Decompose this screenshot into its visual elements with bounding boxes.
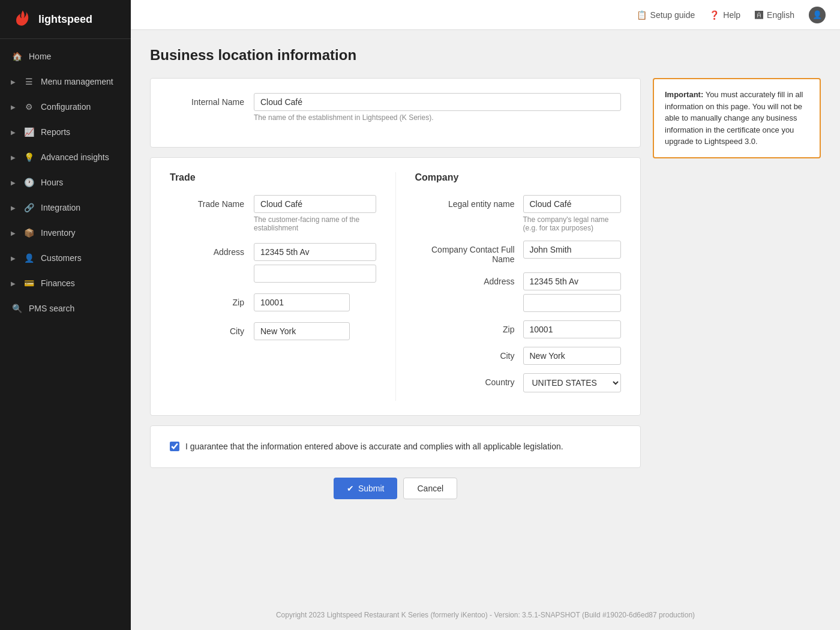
company-address-row: Address <box>415 272 622 312</box>
form-layout: Internal Name The name of the establishm… <box>150 78 821 499</box>
sidebar-item-home[interactable]: 🏠 Home <box>0 44 131 69</box>
sidebar-item-label: Inventory <box>41 228 76 238</box>
trade-name-input[interactable] <box>254 195 376 213</box>
reports-icon: 📈 <box>23 126 35 138</box>
chevron-right-icon: ▶ <box>11 104 16 110</box>
customers-icon: 👤 <box>23 252 35 264</box>
sidebar-item-integration[interactable]: ▶ 🔗 Integration <box>0 195 131 220</box>
company-contact-field <box>523 241 622 259</box>
user-icon: 👤 <box>812 10 822 19</box>
sidebar-item-reports[interactable]: ▶ 📈 Reports <box>0 119 131 145</box>
notice-card: Important: You must accurately fill in a… <box>653 78 821 158</box>
company-city-row: City <box>415 347 622 365</box>
language-selector[interactable]: 🅰 English <box>755 10 794 20</box>
button-row: ✔ Submit Cancel <box>150 478 641 499</box>
company-address-line2-input[interactable] <box>523 294 622 312</box>
sidebar-item-label: PMS search <box>29 304 74 313</box>
company-zip-input[interactable] <box>523 320 622 338</box>
finances-icon: 💳 <box>23 277 35 289</box>
chevron-right-icon: ▶ <box>11 230 16 236</box>
chevron-right-icon: ▶ <box>11 205 16 211</box>
trade-company-card: Trade Trade Name The customer-facing nam… <box>150 157 641 416</box>
main-container: 📋 Setup guide ❓ Help 🅰 English 👤 Busines… <box>131 0 840 630</box>
chevron-right-icon: ▶ <box>11 179 16 186</box>
company-country-select[interactable]: UNITED STATES CANADA UNITED KINGDOM AUST… <box>523 373 622 392</box>
trade-address-row: Address <box>170 243 376 283</box>
trade-name-label: Trade Name <box>170 195 254 209</box>
company-city-field <box>523 347 622 365</box>
sidebar-item-customers[interactable]: ▶ 👤 Customers <box>0 245 131 271</box>
company-zip-label: Zip <box>415 320 523 334</box>
search-icon: 🔍 <box>11 302 23 314</box>
sidebar-item-configuration[interactable]: ▶ ⚙ Configuration <box>0 94 131 119</box>
company-zip-field <box>523 320 622 338</box>
content-area: Business location information Internal N… <box>131 30 840 600</box>
trade-name-field: The customer-facing name of the establis… <box>254 195 376 232</box>
submit-checkmark-icon: ✔ <box>347 484 354 493</box>
company-address-line1-input[interactable] <box>523 272 622 290</box>
company-legal-name-input[interactable] <box>523 195 622 213</box>
company-legal-name-field: The company's legal name (e.g. for tax p… <box>523 195 622 232</box>
company-header: Company <box>415 172 622 183</box>
config-icon: ⚙ <box>23 101 35 113</box>
sidebar-item-label: Integration <box>41 203 80 212</box>
trade-city-field <box>254 322 376 340</box>
internal-name-input[interactable] <box>254 93 621 111</box>
footer-text: Copyright 2023 Lightspeed Restaurant K S… <box>276 611 695 619</box>
trade-address-line2-input[interactable] <box>254 265 376 283</box>
trade-city-row: City <box>170 322 376 340</box>
company-address-label: Address <box>415 272 523 286</box>
trade-address-field <box>254 243 376 283</box>
sidebar-item-menu-management[interactable]: ▶ ☰ Menu management <box>0 69 131 94</box>
sidebar-item-label: Hours <box>41 178 63 187</box>
sidebar-item-label: Finances <box>41 278 75 288</box>
internal-name-row: Internal Name The name of the establishm… <box>170 93 621 122</box>
trade-header: Trade <box>170 172 376 183</box>
company-city-label: City <box>415 347 523 361</box>
company-legal-name-hint: The company's legal name (e.g. for tax p… <box>523 215 622 232</box>
menu-icon: ☰ <box>23 76 35 88</box>
setup-guide-icon: 📋 <box>637 10 647 20</box>
sidebar-item-label: Advanced insights <box>41 152 109 162</box>
company-legal-name-row: Legal entity name The company's legal na… <box>415 195 622 232</box>
setup-guide-label: Setup guide <box>650 10 695 20</box>
footer: Copyright 2023 Lightspeed Restaurant K S… <box>131 600 840 630</box>
sidebar-item-advanced-insights[interactable]: ▶ 💡 Advanced insights <box>0 145 131 170</box>
help-button[interactable]: ❓ Help <box>709 10 740 20</box>
trade-city-input[interactable] <box>254 322 350 340</box>
user-avatar[interactable]: 👤 <box>809 7 826 23</box>
guarantee-label[interactable]: I guarantee that the information entered… <box>185 440 563 453</box>
chevron-right-icon: ▶ <box>11 280 16 287</box>
trade-address-line1-input[interactable] <box>254 243 376 261</box>
integration-icon: 🔗 <box>23 202 35 214</box>
sidebar-item-finances[interactable]: ▶ 💳 Finances <box>0 271 131 296</box>
chevron-right-icon: ▶ <box>11 154 16 161</box>
sidebar-item-inventory[interactable]: ▶ 📦 Inventory <box>0 220 131 245</box>
company-city-input[interactable] <box>523 347 622 365</box>
submit-button[interactable]: ✔ Submit <box>334 478 398 499</box>
company-zip-row: Zip <box>415 320 622 338</box>
sidebar-item-pms-search[interactable]: 🔍 PMS search <box>0 296 131 321</box>
logo-text: lightspeed <box>38 13 92 26</box>
sidebar-item-label: Reports <box>41 127 70 137</box>
company-contact-input[interactable] <box>523 241 622 259</box>
trade-zip-input[interactable] <box>254 293 350 311</box>
trade-name-row: Trade Name The customer-facing name of t… <box>170 195 376 232</box>
cancel-button[interactable]: Cancel <box>403 478 457 499</box>
guarantee-checkbox[interactable] <box>170 442 179 451</box>
guarantee-row: I guarantee that the information entered… <box>170 440 621 453</box>
notice-bold: Important: <box>665 90 703 99</box>
chevron-right-icon: ▶ <box>11 255 16 262</box>
chevron-right-icon: ▶ <box>11 129 16 136</box>
notice-panel: Important: You must accurately fill in a… <box>641 78 821 158</box>
setup-guide-button[interactable]: 📋 Setup guide <box>637 10 695 20</box>
two-col-layout: Trade Trade Name The customer-facing nam… <box>170 172 621 401</box>
language-icon: 🅰 <box>755 10 763 20</box>
logo[interactable]: lightspeed <box>0 0 131 39</box>
internal-name-card: Internal Name The name of the establishm… <box>150 78 641 148</box>
header: 📋 Setup guide ❓ Help 🅰 English 👤 <box>131 0 840 30</box>
internal-name-hint: The name of the establishment in Lightsp… <box>254 113 621 122</box>
sidebar-item-hours[interactable]: ▶ 🕐 Hours <box>0 170 131 195</box>
company-country-row: Country UNITED STATES CANADA UNITED KING… <box>415 373 622 392</box>
hours-icon: 🕐 <box>23 176 35 188</box>
